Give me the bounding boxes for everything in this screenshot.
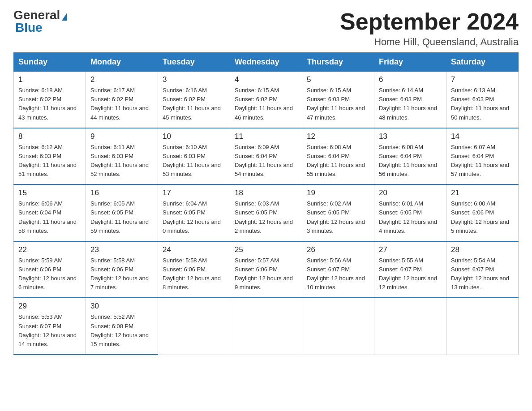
day-info: Sunrise: 6:16 AMSunset: 6:02 PMDaylight:…: [163, 86, 225, 122]
logo-text-blue: Blue: [15, 21, 67, 34]
calendar-cell: 30Sunrise: 5:52 AMSunset: 6:08 PMDayligh…: [86, 298, 158, 355]
calendar-week-1: 1Sunrise: 6:18 AMSunset: 6:02 PMDaylight…: [14, 72, 519, 128]
day-number: 20: [379, 188, 442, 197]
day-number: 12: [307, 132, 369, 141]
day-info: Sunrise: 6:17 AMSunset: 6:02 PMDaylight:…: [90, 86, 153, 122]
day-info: Sunrise: 6:02 AMSunset: 6:05 PMDaylight:…: [307, 199, 369, 235]
calendar-cell: 27Sunrise: 5:55 AMSunset: 6:07 PMDayligh…: [374, 241, 446, 298]
day-number: 16: [90, 188, 153, 197]
day-info: Sunrise: 6:14 AMSunset: 6:03 PMDaylight:…: [379, 86, 442, 122]
day-number: 30: [90, 302, 153, 311]
day-info: Sunrise: 6:03 AMSunset: 6:05 PMDaylight:…: [235, 199, 297, 235]
day-number: 15: [18, 188, 81, 197]
day-info: Sunrise: 5:57 AMSunset: 6:06 PMDaylight:…: [235, 256, 297, 292]
calendar-cell: 4Sunrise: 6:15 AMSunset: 6:02 PMDaylight…: [230, 72, 302, 128]
day-info: Sunrise: 6:01 AMSunset: 6:05 PMDaylight:…: [379, 199, 442, 235]
calendar-cell: 18Sunrise: 6:03 AMSunset: 6:05 PMDayligh…: [230, 184, 302, 241]
calendar-cell: 21Sunrise: 6:00 AMSunset: 6:06 PMDayligh…: [446, 184, 519, 241]
calendar-cell: 1Sunrise: 6:18 AMSunset: 6:02 PMDaylight…: [14, 72, 86, 128]
day-info: Sunrise: 6:09 AMSunset: 6:04 PMDaylight:…: [235, 143, 297, 179]
calendar-cell: 28Sunrise: 5:54 AMSunset: 6:07 PMDayligh…: [446, 241, 519, 298]
col-header-wednesday: Wednesday: [230, 53, 302, 72]
day-info: Sunrise: 6:06 AMSunset: 6:04 PMDaylight:…: [18, 199, 81, 235]
calendar-cell: 12Sunrise: 6:08 AMSunset: 6:04 PMDayligh…: [302, 128, 374, 185]
calendar-cell: 14Sunrise: 6:07 AMSunset: 6:04 PMDayligh…: [446, 128, 519, 185]
calendar-cell: 11Sunrise: 6:09 AMSunset: 6:04 PMDayligh…: [230, 128, 302, 185]
calendar-cell: 7Sunrise: 6:13 AMSunset: 6:03 PMDaylight…: [446, 72, 519, 128]
calendar-cell: 13Sunrise: 6:08 AMSunset: 6:04 PMDayligh…: [374, 128, 446, 185]
day-info: Sunrise: 5:56 AMSunset: 6:07 PMDaylight:…: [307, 256, 369, 292]
day-info: Sunrise: 6:00 AMSunset: 6:06 PMDaylight:…: [451, 199, 514, 235]
day-number: 5: [307, 75, 369, 84]
day-number: 6: [379, 75, 442, 84]
calendar-cell: 25Sunrise: 5:57 AMSunset: 6:06 PMDayligh…: [230, 241, 302, 298]
day-info: Sunrise: 6:12 AMSunset: 6:03 PMDaylight:…: [18, 143, 81, 179]
day-number: 29: [18, 302, 81, 311]
calendar-cell: [230, 298, 302, 355]
day-info: Sunrise: 5:52 AMSunset: 6:08 PMDaylight:…: [90, 313, 153, 349]
col-header-monday: Monday: [86, 53, 158, 72]
calendar-cell: 8Sunrise: 6:12 AMSunset: 6:03 PMDaylight…: [14, 128, 86, 185]
day-number: 21: [451, 188, 514, 197]
day-number: 9: [90, 132, 153, 141]
day-info: Sunrise: 5:53 AMSunset: 6:07 PMDaylight:…: [18, 313, 81, 349]
day-info: Sunrise: 6:18 AMSunset: 6:02 PMDaylight:…: [18, 86, 81, 122]
calendar-cell: 16Sunrise: 6:05 AMSunset: 6:05 PMDayligh…: [86, 184, 158, 241]
day-info: Sunrise: 6:08 AMSunset: 6:04 PMDaylight:…: [379, 143, 442, 179]
day-number: 7: [451, 75, 514, 84]
col-header-thursday: Thursday: [302, 53, 374, 72]
col-header-sunday: Sunday: [14, 53, 86, 72]
location: Home Hill, Queensland, Australia: [340, 36, 519, 48]
day-info: Sunrise: 5:55 AMSunset: 6:07 PMDaylight:…: [379, 256, 442, 292]
calendar-cell: 19Sunrise: 6:02 AMSunset: 6:05 PMDayligh…: [302, 184, 374, 241]
day-info: Sunrise: 6:11 AMSunset: 6:03 PMDaylight:…: [90, 143, 153, 179]
day-number: 2: [90, 75, 153, 84]
day-number: 8: [18, 132, 81, 141]
calendar-table: SundayMondayTuesdayWednesdayThursdayFrid…: [13, 52, 519, 355]
calendar-cell: 23Sunrise: 5:58 AMSunset: 6:06 PMDayligh…: [86, 241, 158, 298]
calendar-cell: 22Sunrise: 5:59 AMSunset: 6:06 PMDayligh…: [14, 241, 86, 298]
calendar-cell: 6Sunrise: 6:14 AMSunset: 6:03 PMDaylight…: [374, 72, 446, 128]
day-info: Sunrise: 6:13 AMSunset: 6:03 PMDaylight:…: [451, 86, 514, 122]
day-info: Sunrise: 5:59 AMSunset: 6:06 PMDaylight:…: [18, 256, 81, 292]
logo: General Blue: [13, 9, 67, 34]
col-header-saturday: Saturday: [446, 53, 519, 72]
calendar-week-2: 8Sunrise: 6:12 AMSunset: 6:03 PMDaylight…: [14, 128, 519, 185]
page-header: General Blue September 2024 Home Hill, Q…: [13, 9, 519, 48]
day-number: 1: [18, 75, 81, 84]
day-number: 4: [235, 75, 297, 84]
calendar-cell: [158, 298, 230, 355]
day-number: 25: [235, 245, 297, 254]
logo-text-general: General: [13, 9, 60, 21]
day-info: Sunrise: 5:58 AMSunset: 6:06 PMDaylight:…: [163, 256, 225, 292]
day-number: 24: [163, 245, 225, 254]
title-area: September 2024 Home Hill, Queensland, Au…: [340, 9, 519, 48]
day-info: Sunrise: 6:10 AMSunset: 6:03 PMDaylight:…: [163, 143, 225, 179]
calendar-cell: 15Sunrise: 6:06 AMSunset: 6:04 PMDayligh…: [14, 184, 86, 241]
calendar-cell: [374, 298, 446, 355]
day-number: 22: [18, 245, 81, 254]
calendar-cell: [446, 298, 519, 355]
calendar-cell: [302, 298, 374, 355]
day-number: 23: [90, 245, 153, 254]
day-number: 14: [451, 132, 514, 141]
day-info: Sunrise: 6:04 AMSunset: 6:05 PMDaylight:…: [163, 199, 225, 235]
col-header-friday: Friday: [374, 53, 446, 72]
day-info: Sunrise: 6:07 AMSunset: 6:04 PMDaylight:…: [451, 143, 514, 179]
calendar-cell: 20Sunrise: 6:01 AMSunset: 6:05 PMDayligh…: [374, 184, 446, 241]
month-year: September 2024: [340, 9, 519, 34]
day-number: 11: [235, 132, 297, 141]
day-number: 26: [307, 245, 369, 254]
day-info: Sunrise: 5:54 AMSunset: 6:07 PMDaylight:…: [451, 256, 514, 292]
day-info: Sunrise: 5:58 AMSunset: 6:06 PMDaylight:…: [90, 256, 153, 292]
calendar-cell: 9Sunrise: 6:11 AMSunset: 6:03 PMDaylight…: [86, 128, 158, 185]
day-info: Sunrise: 6:05 AMSunset: 6:05 PMDaylight:…: [90, 199, 153, 235]
day-number: 18: [235, 188, 297, 197]
day-number: 13: [379, 132, 442, 141]
day-number: 27: [379, 245, 442, 254]
day-info: Sunrise: 6:15 AMSunset: 6:02 PMDaylight:…: [235, 86, 297, 122]
calendar-week-3: 15Sunrise: 6:06 AMSunset: 6:04 PMDayligh…: [14, 184, 519, 241]
calendar-cell: 5Sunrise: 6:15 AMSunset: 6:03 PMDaylight…: [302, 72, 374, 128]
calendar-week-4: 22Sunrise: 5:59 AMSunset: 6:06 PMDayligh…: [14, 241, 519, 298]
day-number: 28: [451, 245, 514, 254]
